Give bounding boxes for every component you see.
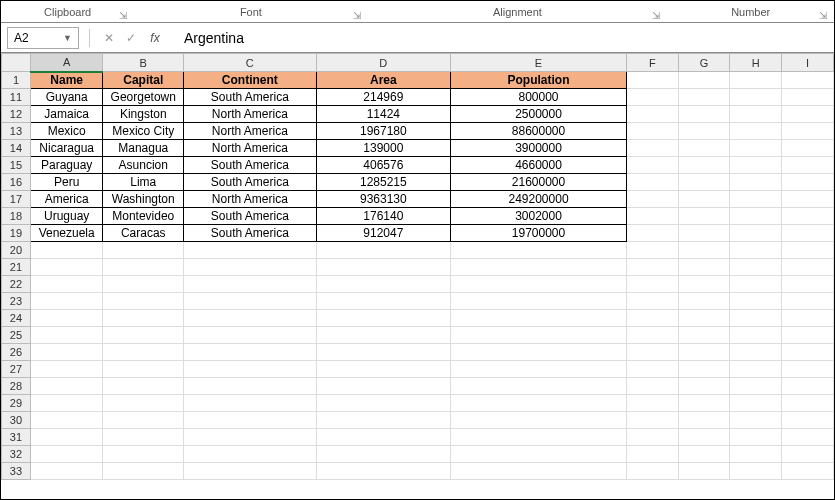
cell[interactable]: 1285215 [316,174,451,191]
cell[interactable] [103,293,184,310]
cell[interactable] [103,259,184,276]
row-header[interactable]: 11 [2,89,31,106]
cell[interactable] [451,412,627,429]
cell[interactable] [730,361,782,378]
cell[interactable] [30,429,102,446]
cell[interactable] [184,293,316,310]
cell[interactable]: 139000 [316,140,451,157]
cell[interactable] [30,242,102,259]
cell[interactable]: America [30,191,102,208]
cell[interactable] [730,191,782,208]
cell[interactable] [626,327,678,344]
row-header[interactable]: 13 [2,123,31,140]
cell[interactable] [782,293,834,310]
cell[interactable] [316,395,451,412]
cell[interactable] [626,259,678,276]
cell[interactable] [184,378,316,395]
cell[interactable] [782,378,834,395]
cell[interactable] [678,242,730,259]
cell[interactable] [626,157,678,174]
cell[interactable]: South America [184,225,316,242]
row-header[interactable]: 25 [2,327,31,344]
cell[interactable] [626,412,678,429]
cell[interactable] [30,412,102,429]
cell[interactable] [782,259,834,276]
cell[interactable]: Nicaragua [30,140,102,157]
cell[interactable] [678,157,730,174]
cell[interactable] [782,157,834,174]
cell[interactable] [30,276,102,293]
cell[interactable] [103,446,184,463]
cell[interactable] [451,242,627,259]
enter-icon[interactable]: ✓ [122,29,140,47]
cell[interactable] [626,276,678,293]
cell[interactable] [184,327,316,344]
cell[interactable]: 4660000 [451,157,627,174]
cell[interactable] [782,276,834,293]
row-header[interactable]: 12 [2,106,31,123]
cell[interactable]: 2500000 [451,106,627,123]
cell[interactable] [782,361,834,378]
cell[interactable] [451,259,627,276]
row-header[interactable]: 23 [2,293,31,310]
cell[interactable]: 21600000 [451,174,627,191]
cell[interactable] [316,310,451,327]
cell[interactable]: Managua [103,140,184,157]
cell[interactable] [626,344,678,361]
cell[interactable] [730,140,782,157]
cell[interactable] [316,429,451,446]
cell[interactable] [730,395,782,412]
spreadsheet-grid[interactable]: ABCDEFGHI 1NameCapitalContinentAreaPopul… [1,53,834,499]
cell[interactable] [782,310,834,327]
cell[interactable] [730,89,782,106]
row-header[interactable]: 17 [2,191,31,208]
cell[interactable] [730,344,782,361]
cell[interactable] [730,378,782,395]
name-box[interactable]: A2 ▼ [7,27,79,49]
cell[interactable]: Paraguay [30,157,102,174]
cell[interactable] [678,446,730,463]
cell[interactable]: 19700000 [451,225,627,242]
cell[interactable] [782,395,834,412]
cell[interactable] [451,327,627,344]
row-header[interactable]: 19 [2,225,31,242]
cell[interactable] [678,310,730,327]
cell[interactable] [730,293,782,310]
cell[interactable] [730,259,782,276]
cell[interactable] [730,463,782,480]
row-header[interactable]: 24 [2,310,31,327]
cell[interactable]: 3900000 [451,140,627,157]
cell[interactable]: Jamaica [30,106,102,123]
cell[interactable]: Venezuela [30,225,102,242]
cell[interactable] [678,89,730,106]
cell[interactable] [678,191,730,208]
cell[interactable] [782,327,834,344]
cell[interactable]: South America [184,157,316,174]
cell[interactable]: Guyana [30,89,102,106]
cell[interactable] [626,361,678,378]
cell[interactable] [626,72,678,89]
cell[interactable] [678,361,730,378]
cell[interactable]: 3002000 [451,208,627,225]
cell[interactable] [678,463,730,480]
cell[interactable]: 88600000 [451,123,627,140]
cell[interactable]: 214969 [316,89,451,106]
cell[interactable] [30,310,102,327]
cell[interactable] [730,208,782,225]
cell[interactable] [184,242,316,259]
row-header[interactable]: 32 [2,446,31,463]
cell[interactable] [103,361,184,378]
row-header[interactable]: 21 [2,259,31,276]
cell[interactable]: Mexico [30,123,102,140]
row-header[interactable]: 1 [2,72,31,89]
cell[interactable] [782,344,834,361]
cell[interactable] [184,276,316,293]
cell[interactable] [103,412,184,429]
formula-input[interactable] [166,27,828,49]
cell[interactable] [30,446,102,463]
cell[interactable]: Asuncion [103,157,184,174]
select-all-corner[interactable] [2,54,31,72]
cell[interactable] [730,446,782,463]
cell[interactable] [184,446,316,463]
cell[interactable] [451,293,627,310]
